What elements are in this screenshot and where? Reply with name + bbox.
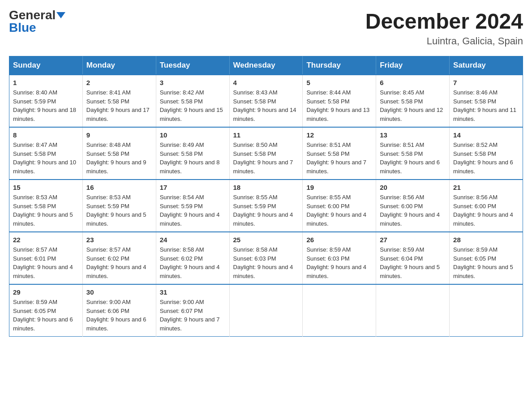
- day-number: 20: [380, 184, 446, 191]
- day-info: Sunrise: 8:41 AM Sunset: 5:58 PM Dayligh…: [86, 88, 152, 123]
- calendar-day-header: Sunday: [9, 56, 83, 75]
- day-info: Sunrise: 9:00 AM Sunset: 6:06 PM Dayligh…: [86, 298, 152, 333]
- calendar-day-cell: 31 Sunrise: 9:00 AM Sunset: 6:07 PM Dayl…: [156, 284, 229, 337]
- day-info: Sunrise: 8:52 AM Sunset: 5:58 PM Dayligh…: [453, 141, 519, 176]
- sunrise-label: Sunrise: 8:59 AM: [13, 299, 57, 305]
- calendar-day-header: Monday: [82, 56, 156, 75]
- logo: General Blue: [9, 9, 65, 34]
- day-number: 26: [306, 236, 372, 244]
- day-info: Sunrise: 8:56 AM Sunset: 6:00 PM Dayligh…: [380, 193, 446, 228]
- calendar-week-row: 8 Sunrise: 8:47 AM Sunset: 5:58 PM Dayli…: [9, 127, 523, 180]
- daylight-label: Daylight: 9 hours and 7 minutes.: [306, 159, 366, 175]
- day-number: 15: [13, 184, 79, 191]
- sunrise-label: Sunrise: 8:45 AM: [380, 89, 424, 96]
- calendar-header-row: SundayMondayTuesdayWednesdayThursdayFrid…: [9, 56, 523, 75]
- sunset-label: Sunset: 6:00 PM: [380, 203, 423, 210]
- logo-triangle-icon: [56, 12, 65, 18]
- calendar-day-cell: 10 Sunrise: 8:49 AM Sunset: 5:58 PM Dayl…: [156, 127, 229, 180]
- day-info: Sunrise: 8:57 AM Sunset: 6:01 PM Dayligh…: [13, 245, 79, 280]
- sunrise-label: Sunrise: 8:50 AM: [233, 141, 278, 148]
- day-info: Sunrise: 8:43 AM Sunset: 5:58 PM Dayligh…: [233, 88, 299, 123]
- sunrise-label: Sunrise: 8:56 AM: [380, 194, 424, 201]
- calendar-day-cell: 23 Sunrise: 8:57 AM Sunset: 6:02 PM Dayl…: [82, 232, 156, 284]
- sunset-label: Sunset: 5:59 PM: [233, 203, 276, 210]
- day-number: 8: [13, 131, 79, 139]
- sunrise-label: Sunrise: 8:55 AM: [306, 194, 351, 201]
- sunrise-label: Sunrise: 8:48 AM: [86, 141, 131, 148]
- sunrise-label: Sunrise: 8:56 AM: [453, 194, 498, 201]
- sunset-label: Sunset: 5:58 PM: [306, 98, 349, 105]
- calendar-day-cell: [229, 284, 303, 337]
- sunrise-label: Sunrise: 8:42 AM: [160, 89, 204, 96]
- day-info: Sunrise: 8:57 AM Sunset: 6:02 PM Dayligh…: [86, 245, 152, 280]
- sunrise-label: Sunrise: 8:47 AM: [13, 141, 57, 148]
- calendar-day-cell: 28 Sunrise: 8:59 AM Sunset: 6:05 PM Dayl…: [450, 232, 523, 284]
- calendar-day-cell: 21 Sunrise: 8:56 AM Sunset: 6:00 PM Dayl…: [450, 180, 523, 232]
- sunset-label: Sunset: 5:58 PM: [13, 150, 56, 157]
- day-number: 13: [380, 131, 446, 139]
- calendar-day-cell: 22 Sunrise: 8:57 AM Sunset: 6:01 PM Dayl…: [9, 232, 83, 284]
- day-number: 29: [13, 288, 79, 296]
- sunset-label: Sunset: 5:58 PM: [453, 98, 496, 105]
- sunset-label: Sunset: 5:58 PM: [453, 150, 496, 157]
- calendar-day-cell: [376, 284, 450, 337]
- calendar-day-cell: 1 Sunrise: 8:40 AM Sunset: 5:59 PM Dayli…: [9, 75, 83, 127]
- daylight-label: Daylight: 9 hours and 4 minutes.: [13, 264, 73, 279]
- daylight-label: Daylight: 9 hours and 4 minutes.: [380, 211, 440, 227]
- sunset-label: Sunset: 5:58 PM: [233, 98, 276, 105]
- sunrise-label: Sunrise: 8:58 AM: [160, 246, 204, 253]
- calendar-day-cell: [303, 284, 376, 337]
- sunset-label: Sunset: 6:03 PM: [306, 255, 349, 262]
- sunset-label: Sunset: 6:05 PM: [13, 308, 56, 314]
- daylight-label: Daylight: 9 hours and 11 minutes.: [453, 107, 516, 122]
- sunrise-label: Sunrise: 8:51 AM: [306, 141, 351, 148]
- day-number: 9: [86, 131, 152, 139]
- sunset-label: Sunset: 6:02 PM: [86, 255, 129, 262]
- day-number: 18: [233, 184, 299, 191]
- daylight-label: Daylight: 9 hours and 9 minutes.: [86, 159, 146, 175]
- calendar-day-cell: 20 Sunrise: 8:56 AM Sunset: 6:00 PM Dayl…: [376, 180, 450, 232]
- day-number: 1: [13, 79, 79, 86]
- sunrise-label: Sunrise: 8:41 AM: [86, 89, 131, 96]
- sunset-label: Sunset: 5:59 PM: [160, 203, 203, 210]
- daylight-label: Daylight: 9 hours and 8 minutes.: [160, 159, 220, 175]
- sunset-label: Sunset: 5:59 PM: [86, 203, 129, 210]
- day-number: 21: [453, 184, 519, 191]
- sunset-label: Sunset: 5:58 PM: [380, 98, 423, 105]
- sunrise-label: Sunrise: 9:00 AM: [86, 299, 131, 305]
- sunset-label: Sunset: 5:59 PM: [13, 98, 56, 105]
- daylight-label: Daylight: 9 hours and 17 minutes.: [86, 107, 150, 122]
- day-number: 3: [160, 79, 226, 86]
- daylight-label: Daylight: 9 hours and 4 minutes.: [160, 264, 220, 279]
- sunset-label: Sunset: 6:06 PM: [86, 308, 129, 314]
- calendar-day-header: Friday: [376, 56, 450, 75]
- sunset-label: Sunset: 5:58 PM: [306, 150, 349, 157]
- calendar-day-cell: 27 Sunrise: 8:59 AM Sunset: 6:04 PM Dayl…: [376, 232, 450, 284]
- day-info: Sunrise: 8:59 AM Sunset: 6:04 PM Dayligh…: [380, 245, 446, 280]
- sunrise-label: Sunrise: 8:59 AM: [306, 246, 351, 253]
- day-number: 16: [86, 184, 152, 191]
- calendar-week-row: 22 Sunrise: 8:57 AM Sunset: 6:01 PM Dayl…: [9, 232, 523, 284]
- sunset-label: Sunset: 6:05 PM: [453, 255, 496, 262]
- sunset-label: Sunset: 6:01 PM: [13, 255, 56, 262]
- sunrise-label: Sunrise: 8:54 AM: [160, 194, 204, 201]
- calendar-day-cell: 30 Sunrise: 9:00 AM Sunset: 6:06 PM Dayl…: [82, 284, 156, 337]
- calendar-day-cell: 11 Sunrise: 8:50 AM Sunset: 5:58 PM Dayl…: [229, 127, 303, 180]
- daylight-label: Daylight: 9 hours and 5 minutes.: [380, 264, 440, 279]
- calendar-day-cell: 19 Sunrise: 8:55 AM Sunset: 6:00 PM Dayl…: [303, 180, 376, 232]
- calendar-day-cell: 8 Sunrise: 8:47 AM Sunset: 5:58 PM Dayli…: [9, 127, 83, 180]
- sunset-label: Sunset: 5:58 PM: [233, 150, 276, 157]
- day-info: Sunrise: 8:51 AM Sunset: 5:58 PM Dayligh…: [380, 141, 446, 176]
- calendar-day-cell: 7 Sunrise: 8:46 AM Sunset: 5:58 PM Dayli…: [450, 75, 523, 127]
- day-number: 4: [233, 79, 299, 86]
- daylight-label: Daylight: 9 hours and 7 minutes.: [233, 159, 293, 175]
- calendar-day-cell: 25 Sunrise: 8:58 AM Sunset: 6:03 PM Dayl…: [229, 232, 303, 284]
- calendar-day-cell: 2 Sunrise: 8:41 AM Sunset: 5:58 PM Dayli…: [82, 75, 156, 127]
- daylight-label: Daylight: 9 hours and 18 minutes.: [13, 107, 76, 122]
- calendar-day-cell: 5 Sunrise: 8:44 AM Sunset: 5:58 PM Dayli…: [303, 75, 376, 127]
- calendar-day-cell: 29 Sunrise: 8:59 AM Sunset: 6:05 PM Dayl…: [9, 284, 83, 337]
- daylight-label: Daylight: 9 hours and 14 minutes.: [233, 107, 296, 122]
- day-number: 6: [380, 79, 446, 86]
- daylight-label: Daylight: 9 hours and 10 minutes.: [13, 159, 76, 175]
- sunset-label: Sunset: 5:58 PM: [86, 150, 129, 157]
